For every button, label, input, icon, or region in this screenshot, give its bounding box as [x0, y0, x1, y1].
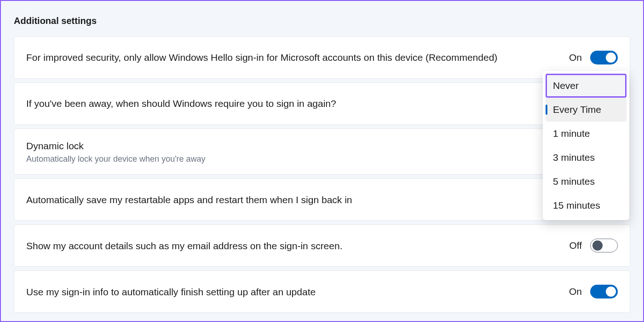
row-label: Automatically save my restartable apps a…	[26, 193, 352, 206]
dropdown-option-15-minutes[interactable]: 15 minutes	[546, 193, 627, 217]
row-text-block: Dynamic lock Automatically lock your dev…	[26, 139, 206, 164]
row-label: Use my sign-in info to automatically fin…	[26, 285, 316, 299]
toggle-group: Off	[569, 239, 618, 252]
dropdown-option-3-minutes[interactable]: 3 minutes	[546, 146, 627, 170]
toggle-group: On	[569, 51, 618, 64]
row-label: For improved security, only allow Window…	[26, 51, 497, 64]
row-signin-info: Use my sign-in info to automatically fin…	[14, 270, 630, 313]
row-account-details: Show my account details such as my email…	[14, 224, 630, 267]
toggle-state-label: On	[569, 286, 582, 297]
dropdown-option-never[interactable]: Never	[546, 74, 627, 98]
windows-hello-toggle[interactable]	[590, 51, 618, 64]
dropdown-option-every-time[interactable]: Every Time	[546, 98, 627, 122]
row-title: Dynamic lock	[26, 139, 206, 152]
section-title: Additional settings	[14, 16, 630, 26]
row-label: If you've been away, when should Windows…	[26, 97, 336, 110]
settings-panel: Additional settings For improved securit…	[1, 1, 643, 313]
row-dynamic-lock[interactable]: Dynamic lock Automatically lock your dev…	[14, 129, 630, 175]
account-details-toggle[interactable]	[590, 239, 618, 252]
row-subtitle: Automatically lock your device when you'…	[26, 154, 206, 164]
row-require-signin: If you've been away, when should Windows…	[14, 82, 630, 125]
toggle-state-label: On	[569, 52, 582, 63]
toggle-group: On	[569, 285, 618, 299]
dropdown-option-1-minute[interactable]: 1 minute	[546, 122, 627, 146]
row-windows-hello: For improved security, only allow Window…	[14, 36, 630, 79]
require-signin-dropdown[interactable]: Never Every Time 1 minute 3 minutes 5 mi…	[543, 71, 629, 220]
dropdown-option-5-minutes[interactable]: 5 minutes	[546, 170, 627, 193]
row-label: Show my account details such as my email…	[26, 239, 343, 252]
signin-info-toggle[interactable]	[590, 285, 618, 299]
toggle-state-label: Off	[569, 240, 582, 251]
row-restartable-apps: Automatically save my restartable apps a…	[14, 178, 630, 221]
